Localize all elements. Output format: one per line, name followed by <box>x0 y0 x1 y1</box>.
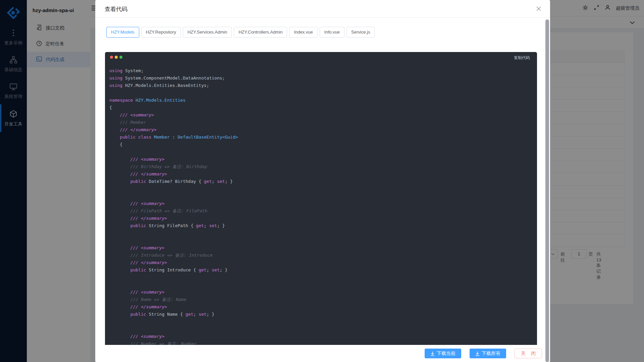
download-current-button[interactable]: 下载当前 <box>425 349 461 358</box>
code-line: using System; <box>109 67 537 74</box>
code-line: /// Member <box>109 119 537 126</box>
tab-HZY.Services.Admin[interactable]: HZY.Services.Admin <box>183 27 232 38</box>
code-line: public String Introduce { get; set; } <box>109 266 537 274</box>
code-line <box>109 325 537 333</box>
yellow-light-icon <box>115 56 118 59</box>
code-line: using System.ComponentModel.DataAnnotati… <box>109 74 537 82</box>
tab-HZY.Models[interactable]: HZY.Models <box>106 27 139 38</box>
code-line <box>109 229 537 237</box>
code-line: /// </summary> <box>109 126 537 134</box>
code-line: /// <summary> <box>109 333 537 340</box>
code-line: /// </summary> <box>109 215 537 222</box>
code-line: { <box>109 104 537 111</box>
code-line: { <box>109 141 537 148</box>
code-line: /// </summary> <box>109 170 537 178</box>
code-line: /// Name => 备注: Name <box>109 296 537 303</box>
code-line <box>109 274 537 281</box>
close-dialog-button[interactable]: 关 闭 <box>515 349 542 358</box>
download-icon <box>430 351 435 356</box>
green-light-icon <box>119 56 122 59</box>
tab-HZY.Controllers.Admin[interactable]: HZY.Controllers.Admin <box>234 27 287 38</box>
code-line: /// <summary> <box>109 200 537 207</box>
screen: 更多示例基础信息系统管理开发工具 hzy-admin-spa-ui 接口文档定时… <box>0 0 644 362</box>
code-line: /// <summary> <box>109 156 537 163</box>
dialog-title: 查看代码 <box>105 5 127 13</box>
code-line: /// </summary> <box>109 259 537 266</box>
code-line <box>109 281 537 289</box>
code-file-tabs: HZY.ModelsHZY.RepositoryHZY.Services.Adm… <box>106 27 375 38</box>
code-line <box>109 148 537 156</box>
code-line: namespace HZY.Models.Entities <box>109 97 537 104</box>
scrollbar-thumb[interactable] <box>545 19 549 362</box>
close-icon[interactable] <box>536 6 541 13</box>
code-line: /// <summary> <box>109 111 537 119</box>
download-all-button[interactable]: 下载所有 <box>470 349 506 358</box>
dialog-header: 查看代码 <box>95 0 550 18</box>
tab-Index.vue[interactable]: Index.vue <box>289 27 317 38</box>
code-line <box>109 237 537 244</box>
dialog-scrollbar <box>545 19 549 362</box>
code-line: using HZY.Models.Entities.BaseEntitys; <box>109 82 537 89</box>
code-line: /// <summary> <box>109 244 537 252</box>
code-line: public DateTime? Birthday { get; set; } <box>109 178 537 185</box>
code-line: /// <summary> <box>109 289 537 296</box>
code-block: 复制代码 using System;using System.Component… <box>105 52 537 362</box>
copy-code-button[interactable]: 复制代码 <box>514 55 530 61</box>
tab-HZY.Repository[interactable]: HZY.Repository <box>141 27 181 38</box>
tab-Service.js[interactable]: Service.js <box>346 27 375 38</box>
code-line: public class Member : DefaultBaseEntity<… <box>109 134 537 141</box>
code-line <box>109 318 537 325</box>
code-line: /// FilePath => 备注: FilePath <box>109 207 537 215</box>
traffic-lights <box>110 56 122 59</box>
code-line: /// Birthday => 备注: Birthday <box>109 163 537 170</box>
tab-Info.vue[interactable]: Info.vue <box>320 27 344 38</box>
code-line: /// Introduce => 备注: Introduce <box>109 252 537 259</box>
red-light-icon <box>110 56 113 59</box>
code-content: using System;using System.ComponentModel… <box>105 67 537 356</box>
code-line: public String FilePath { get; set; } <box>109 222 537 229</box>
view-code-dialog: 查看代码 HZY.ModelsHZY.RepositoryHZY.Service… <box>95 0 550 362</box>
code-line <box>109 185 537 193</box>
download-icon <box>475 351 480 356</box>
code-line <box>109 193 537 200</box>
code-block-header: 复制代码 <box>105 52 537 67</box>
code-line <box>109 89 537 97</box>
dialog-footer: 下载当前 下载所有 关 闭 <box>95 345 550 362</box>
code-line: public String Name { get; set; } <box>109 311 537 318</box>
code-line: /// </summary> <box>109 303 537 311</box>
